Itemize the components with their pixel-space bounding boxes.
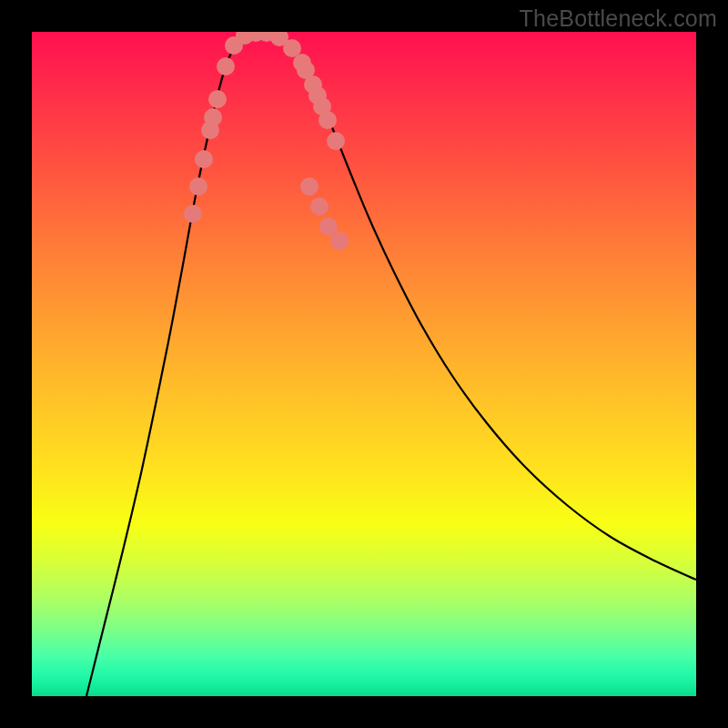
data-point: [330, 232, 349, 250]
watermark-text: TheBottleneck.com: [520, 5, 717, 32]
chart-svg: [32, 32, 696, 696]
data-point: [310, 197, 329, 216]
data-point: [195, 150, 213, 168]
data-point: [204, 108, 222, 126]
bottleneck-curve: [86, 32, 696, 696]
data-point: [300, 177, 318, 196]
data-point: [208, 90, 227, 108]
data-point: [189, 177, 207, 196]
data-point: [327, 132, 345, 150]
curve-markers: [184, 32, 349, 250]
chart-frame: TheBottleneck.com: [0, 0, 728, 728]
data-point: [184, 205, 202, 223]
data-point: [318, 111, 337, 129]
plot-area: [32, 32, 696, 696]
data-point: [319, 217, 338, 236]
data-point: [217, 57, 235, 76]
